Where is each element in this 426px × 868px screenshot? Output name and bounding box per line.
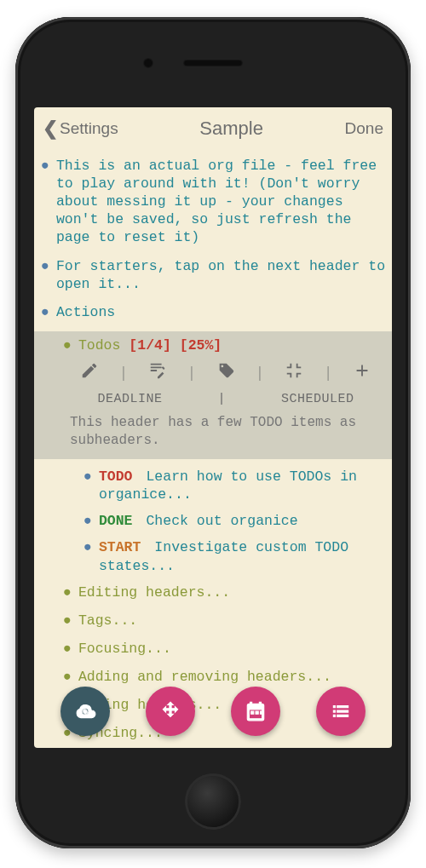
separator: |: [256, 364, 265, 383]
cloud-sync-icon: [74, 700, 96, 722]
edit-description-button[interactable]: [148, 361, 167, 386]
scheduled-button[interactable]: SCHEDULED: [281, 391, 354, 407]
header-text: This is an actual org file - feel free t…: [56, 157, 387, 247]
chevron-left-icon: ❮: [43, 118, 58, 140]
todo-stat-percent: [25%]: [180, 337, 222, 354]
subheader-row[interactable]: ● Todos [1/4] [25%]: [39, 336, 387, 354]
pencil-icon: [80, 361, 99, 380]
subheader-text: Editing headers...: [78, 583, 230, 601]
schedule-row: DEADLINE | SCHEDULED: [39, 389, 387, 412]
separator: |: [118, 364, 128, 383]
todo-row[interactable]: ● DONE Check out organice: [39, 512, 387, 530]
todo-text: Learn how to use TODOs in organice...: [99, 468, 357, 503]
page-title: Sample: [199, 118, 263, 140]
bullet-icon: ●: [63, 640, 72, 658]
back-button[interactable]: ❮ Settings: [43, 118, 118, 140]
header-row[interactable]: ● For starters, tap on the next header t…: [39, 257, 387, 293]
tags-icon: [216, 361, 235, 380]
edit-title-button[interactable]: [80, 361, 99, 386]
header-body-text: This header has a few TODO items as subh…: [39, 412, 387, 451]
bullet-icon: ●: [83, 538, 92, 556]
back-label: Settings: [60, 119, 118, 138]
todo-row[interactable]: ● TODO Learn how to use TODOs in organic…: [39, 468, 387, 503]
move-fab[interactable]: [146, 687, 195, 736]
bullet-icon: ●: [41, 303, 49, 321]
bullet-icon: ●: [63, 668, 72, 686]
todo-keyword[interactable]: START: [99, 539, 141, 555]
tags-button[interactable]: [216, 361, 235, 386]
selected-header-block: ● Todos [1/4] [25%] |: [34, 331, 392, 459]
calendar-icon: [245, 700, 267, 722]
deadline-button[interactable]: DEADLINE: [97, 391, 162, 407]
todo-row[interactable]: ● START Investigate custom TODO states..…: [39, 538, 387, 574]
navbar: ❮ Settings Sample Done: [34, 107, 392, 150]
done-button[interactable]: Done: [345, 119, 383, 138]
bullet-icon: ●: [63, 583, 72, 601]
edit-note-icon: [148, 361, 167, 380]
compress-icon: [285, 361, 303, 380]
header-toolbar: | | | |: [39, 354, 387, 389]
header-text: For starters, tap on the next header to …: [56, 257, 387, 293]
subheader-row[interactable]: ● Editing headers...: [39, 583, 387, 601]
subheader-text: Focusing...: [78, 640, 171, 658]
plus-icon: [353, 361, 371, 380]
bullet-icon: ●: [83, 512, 92, 530]
home-button[interactable]: [185, 773, 241, 830]
subheader-row[interactable]: ● Focusing...: [39, 640, 387, 658]
header-text: Actions: [56, 303, 115, 321]
todo-stat-fraction: [1/4]: [129, 337, 171, 354]
subheader-text: Todos: [78, 337, 129, 354]
todo-keyword[interactable]: TODO: [99, 468, 133, 485]
bullet-icon: ●: [63, 612, 72, 629]
bullet-icon: ●: [63, 336, 72, 354]
todo-keyword[interactable]: DONE: [99, 513, 133, 529]
bullet-icon: ●: [83, 468, 92, 486]
separator: |: [187, 364, 197, 383]
subheader-text: Tags...: [78, 612, 137, 629]
bullet-icon: ●: [41, 257, 49, 275]
add-header-button[interactable]: [353, 361, 371, 386]
agenda-fab[interactable]: [231, 687, 280, 736]
list-fab[interactable]: [316, 687, 366, 736]
bullet-icon: ●: [41, 157, 49, 175]
header-row[interactable]: ● Actions: [39, 303, 387, 321]
subheader-row[interactable]: ● Adding and removing headers...: [39, 668, 387, 686]
separator: |: [217, 391, 226, 407]
app-screen: ❮ Settings Sample Done ● This is an actu…: [34, 107, 392, 748]
subheader-text: Adding and removing headers...: [78, 668, 331, 686]
sync-fab[interactable]: [60, 687, 110, 736]
header-row[interactable]: ● This is an actual org file - feel free…: [39, 157, 387, 247]
org-content: ● This is an actual org file - feel free…: [34, 150, 392, 748]
subheader-row[interactable]: ● Tags...: [39, 612, 387, 629]
phone-frame: ❮ Settings Sample Done ● This is an actu…: [15, 17, 411, 848]
phone-camera: [143, 58, 153, 68]
list-icon: [330, 700, 352, 722]
phone-speaker: [183, 60, 243, 66]
todo-text: Check out organice: [146, 513, 297, 529]
focus-button[interactable]: [285, 361, 303, 386]
separator: |: [324, 364, 333, 383]
arrows-move-icon: [159, 700, 181, 722]
